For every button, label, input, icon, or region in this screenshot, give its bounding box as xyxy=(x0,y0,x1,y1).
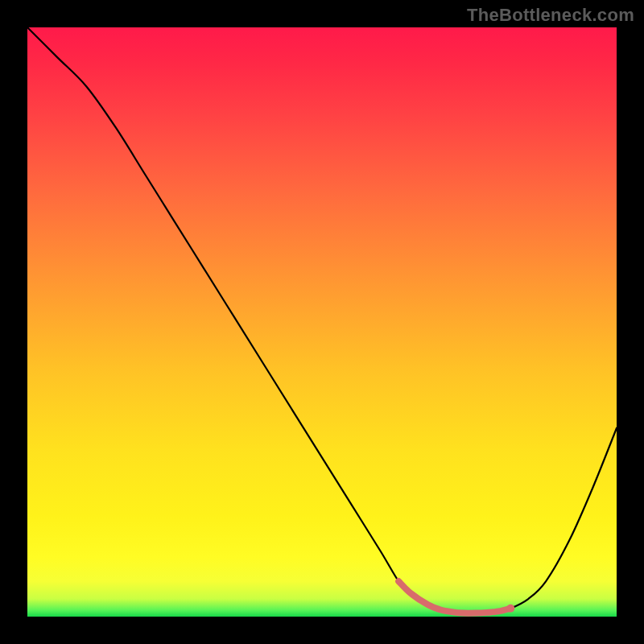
bottleneck-curve xyxy=(27,27,617,613)
highlight-dot xyxy=(506,605,514,613)
watermark-text: TheBottleneck.com xyxy=(467,5,634,26)
plot-area xyxy=(27,27,617,617)
curve-svg xyxy=(27,27,617,617)
highlight-segment xyxy=(398,581,510,613)
chart-canvas: TheBottleneck.com xyxy=(0,0,644,644)
